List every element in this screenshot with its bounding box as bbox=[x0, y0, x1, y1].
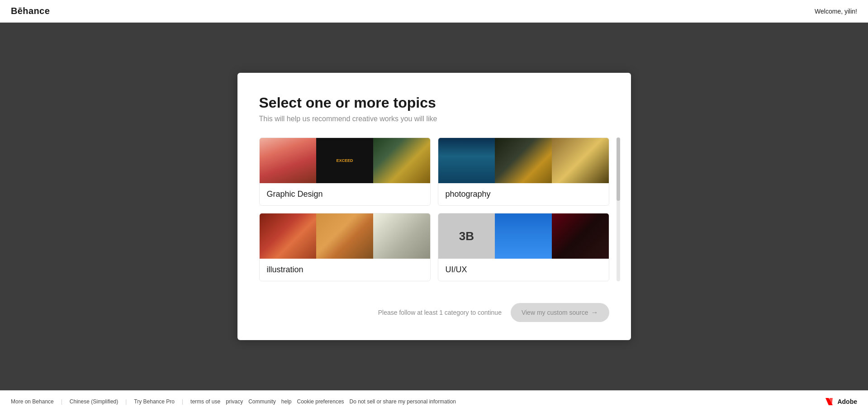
topic-label-photography: photography bbox=[438, 183, 609, 205]
do-not-sell-link[interactable]: Do not sell or share my personal informa… bbox=[350, 398, 456, 405]
scrollbar-track[interactable] bbox=[617, 137, 620, 281]
topic-image-ph1 bbox=[438, 138, 495, 183]
more-on-behance-link[interactable]: More on Behance bbox=[11, 398, 54, 405]
page-footer: More on Behance | Chinese (Simplified) |… bbox=[0, 390, 868, 412]
modal-subtitle: This will help us recommend creative wor… bbox=[259, 115, 609, 123]
modal-footer: Please follow at least 1 category to con… bbox=[259, 296, 609, 322]
view-custom-source-button[interactable]: View my custom source → bbox=[511, 303, 609, 322]
topic-image-ph3 bbox=[552, 138, 609, 183]
welcome-message: Welcome, yilin! bbox=[815, 8, 857, 15]
topic-image-gd2: EXCEED bbox=[316, 138, 373, 183]
footer-sep-1: | bbox=[61, 398, 62, 405]
topic-images-graphic-design: EXCEED bbox=[260, 138, 430, 183]
topic-image-il2 bbox=[316, 213, 373, 259]
community-link[interactable]: Community bbox=[248, 398, 276, 405]
cookie-preferences-link[interactable]: Cookie preferences bbox=[297, 398, 344, 405]
terms-of-use-link[interactable]: terms of use bbox=[190, 398, 220, 405]
footer-left: More on Behance | Chinese (Simplified) |… bbox=[11, 398, 456, 405]
topic-card-photography[interactable]: photography bbox=[438, 137, 609, 206]
language-link[interactable]: Chinese (Simplified) bbox=[70, 398, 118, 405]
topic-image-il1 bbox=[260, 213, 317, 259]
topic-image-gd3 bbox=[373, 138, 430, 183]
footer-sep-3: | bbox=[182, 398, 183, 405]
scrollbar-thumb[interactable] bbox=[617, 137, 620, 201]
behance-logo: Bēhance bbox=[11, 6, 50, 16]
adobe-icon bbox=[825, 397, 834, 406]
view-button-label: View my custom source bbox=[522, 309, 588, 316]
topic-card-illustration[interactable]: illustration bbox=[259, 213, 431, 281]
topic-image-ux1: 3B bbox=[438, 213, 495, 259]
topic-label-illustration: illustration bbox=[260, 259, 430, 281]
topic-image-il3 bbox=[373, 213, 430, 259]
help-link[interactable]: help bbox=[281, 398, 292, 405]
footer-links-group: terms of use privacy Community help Cook… bbox=[190, 398, 456, 405]
header: Bēhance Welcome, yilin! bbox=[0, 0, 868, 23]
main-content: Select one or more topics This will help… bbox=[0, 23, 868, 390]
follow-hint: Please follow at least 1 category to con… bbox=[378, 309, 502, 316]
arrow-icon: → bbox=[591, 308, 598, 317]
topics-grid: EXCEED Graphic Design bbox=[259, 137, 609, 281]
topic-image-ph2 bbox=[495, 138, 552, 183]
privacy-link[interactable]: privacy bbox=[226, 398, 243, 405]
topic-images-photography bbox=[438, 138, 609, 183]
topic-images-uiux: 3B bbox=[438, 213, 609, 259]
topic-image-ux3 bbox=[552, 213, 609, 259]
topic-image-gd1 bbox=[260, 138, 317, 183]
modal-title: Select one or more topics bbox=[259, 95, 609, 111]
topic-card-graphic-design[interactable]: EXCEED Graphic Design bbox=[259, 137, 431, 206]
try-pro-link[interactable]: Try Behance Pro bbox=[134, 398, 175, 405]
footer-sep-2: | bbox=[125, 398, 127, 405]
topic-images-illustration bbox=[260, 213, 430, 259]
topic-selection-modal: Select one or more topics This will help… bbox=[237, 73, 631, 340]
topic-card-uiux[interactable]: 3B UI/UX bbox=[438, 213, 609, 281]
footer-right: Adobe bbox=[825, 397, 857, 406]
adobe-label: Adobe bbox=[837, 398, 857, 405]
topic-label-graphic-design: Graphic Design bbox=[260, 183, 430, 205]
topic-label-uiux: UI/UX bbox=[438, 259, 609, 281]
topic-image-ux2 bbox=[495, 213, 552, 259]
